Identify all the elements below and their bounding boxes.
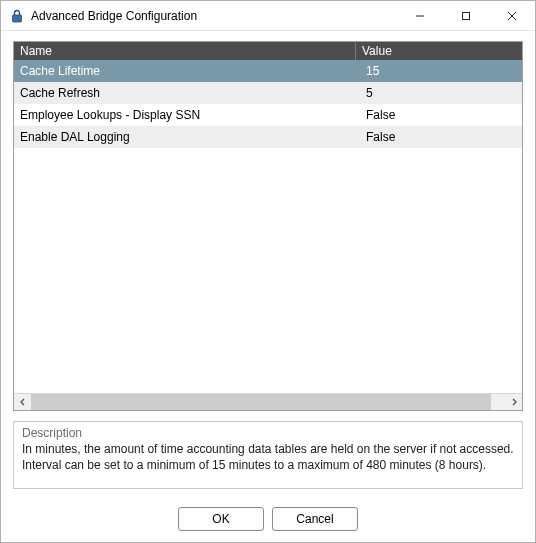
- description-label: Description: [22, 426, 514, 440]
- title-bar: Advanced Bridge Configuration: [1, 1, 535, 31]
- table-row[interactable]: Cache Lifetime15: [14, 60, 522, 82]
- setting-name: Cache Refresh: [14, 86, 360, 100]
- column-header-name[interactable]: Name: [14, 42, 356, 60]
- grid-header: Name Value: [14, 42, 522, 60]
- cancel-button[interactable]: Cancel: [272, 507, 358, 531]
- minimize-button[interactable]: [397, 1, 443, 31]
- window-title: Advanced Bridge Configuration: [31, 9, 197, 23]
- dialog-window: Advanced Bridge Configuration Name Value…: [0, 0, 536, 543]
- svg-rect-0: [13, 15, 22, 22]
- setting-value: 15: [360, 64, 522, 78]
- maximize-button[interactable]: [443, 1, 489, 31]
- table-row[interactable]: Cache Refresh5: [14, 82, 522, 104]
- client-area: Name Value Cache Lifetime15Cache Refresh…: [1, 31, 535, 543]
- setting-name: Employee Lookups - Display SSN: [14, 108, 360, 122]
- setting-name: Cache Lifetime: [14, 64, 360, 78]
- description-panel: Description In minutes, the amount of ti…: [13, 421, 523, 489]
- scroll-left-button[interactable]: [14, 394, 31, 411]
- horizontal-scrollbar[interactable]: [14, 393, 522, 410]
- scroll-track[interactable]: [31, 394, 505, 410]
- setting-value: 5: [360, 86, 522, 100]
- table-row[interactable]: Enable DAL LoggingFalse: [14, 126, 522, 148]
- settings-grid: Name Value Cache Lifetime15Cache Refresh…: [13, 41, 523, 411]
- description-text: In minutes, the amount of time accountin…: [22, 442, 514, 473]
- scroll-thumb[interactable]: [31, 394, 491, 410]
- svg-rect-2: [463, 12, 470, 19]
- column-header-value[interactable]: Value: [356, 42, 522, 60]
- lock-icon: [9, 8, 25, 24]
- scroll-right-button[interactable]: [505, 394, 522, 411]
- setting-name: Enable DAL Logging: [14, 130, 360, 144]
- setting-value: False: [360, 108, 522, 122]
- close-button[interactable]: [489, 1, 535, 31]
- table-row[interactable]: Employee Lookups - Display SSNFalse: [14, 104, 522, 126]
- setting-value: False: [360, 130, 522, 144]
- grid-body: Cache Lifetime15Cache Refresh5Employee L…: [14, 60, 522, 393]
- dialog-buttons: OK Cancel: [13, 499, 523, 535]
- ok-button[interactable]: OK: [178, 507, 264, 531]
